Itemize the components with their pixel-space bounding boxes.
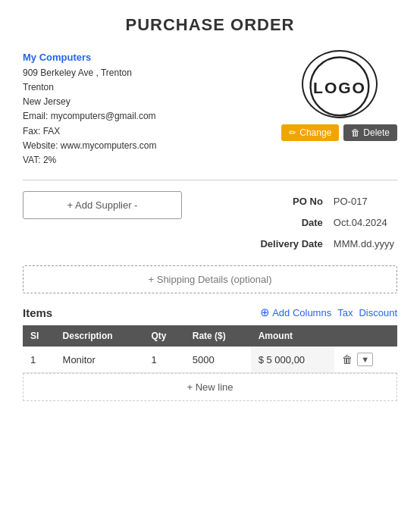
new-line-area: + New line [23,373,397,401]
add-supplier-button[interactable]: + Add Supplier - [23,191,182,219]
row-dropdown-button[interactable]: ▼ [357,353,373,366]
tax-link[interactable]: Tax [337,307,353,318]
row-description: Monitor [55,347,144,373]
trash-icon: 🗑 [351,127,360,138]
row-si: 1 [23,347,55,373]
col-qty: Qty [143,325,184,347]
svg-text:LOGO: LOGO [313,79,366,96]
po-info: PO No PO-017 Date Oct.04.2024 Delivery D… [257,191,397,255]
add-columns-button[interactable]: ⊕ Add Columns [260,306,331,319]
date-value: Oct.04.2024 [331,212,397,234]
company-address3: New Jersey [23,95,157,109]
discount-link[interactable]: Discount [359,307,397,318]
col-rate: Rate ($) [185,325,251,347]
new-line-button[interactable]: + New line [186,381,233,393]
delivery-date-label: Delivery Date [257,234,330,255]
company-website: Website: www.mycomputers.com [23,139,157,153]
row-amount: $ 5 000,00 [251,347,335,373]
col-description: Description [55,325,144,347]
row-qty: 1 [143,347,184,373]
company-address2: Trenton [23,80,157,95]
company-name: My Computers [23,50,157,66]
po-no-value: PO-017 [331,191,397,212]
col-actions [334,325,397,347]
date-label: Date [257,212,330,234]
middle-section: + Add Supplier - PO No PO-017 Date Oct.0… [23,191,397,255]
items-header: Items ⊕ Add Columns Tax Discount [23,306,397,319]
company-address1: 909 Berkeley Ave , Trenton [23,66,157,80]
items-table-header: SI Description Qty Rate ($) Amount [23,325,397,347]
row-action-cell: 🗑 ▼ [334,347,397,373]
table-row: 1 Monitor 1 5000 $ 5 000,00 🗑 ▼ [23,347,397,373]
row-rate: 5000 [185,347,251,373]
page-title: PURCHASE ORDER [23,15,397,35]
company-fax: Fax: FAX [23,124,157,139]
items-table: SI Description Qty Rate ($) Amount 1 Mon… [23,325,397,373]
header-divider [23,180,397,180]
col-si: SI [23,325,55,347]
header-section: My Computers 909 Berkeley Ave , Trenton … [23,50,397,168]
plus-circle-icon: ⊕ [260,306,270,319]
items-table-body: 1 Monitor 1 5000 $ 5 000,00 🗑 ▼ [23,347,397,373]
logo-display: LOGO [302,50,378,118]
delete-row-button[interactable]: 🗑 [342,353,353,365]
delete-logo-button[interactable]: 🗑 Delete [343,124,397,141]
col-amount: Amount [251,325,335,347]
delivery-date-value[interactable]: MMM.dd.yyyy [331,234,397,255]
change-logo-button[interactable]: ✏ Change [281,124,339,141]
shipping-details-button[interactable]: + Shipping Details (optional) [23,265,397,293]
logo-area: LOGO ✏ Change 🗑 Delete [281,50,397,141]
logo-action-buttons: ✏ Change 🗑 Delete [281,124,397,141]
company-email: Email: mycomputers@gmail.com [23,109,157,124]
items-actions: ⊕ Add Columns Tax Discount [260,306,397,319]
items-label: Items [23,306,52,319]
po-no-label: PO No [257,191,330,212]
company-info: My Computers 909 Berkeley Ave , Trenton … [23,50,157,168]
company-vat: VAT: 2% [23,153,157,168]
pencil-icon: ✏ [289,127,296,138]
